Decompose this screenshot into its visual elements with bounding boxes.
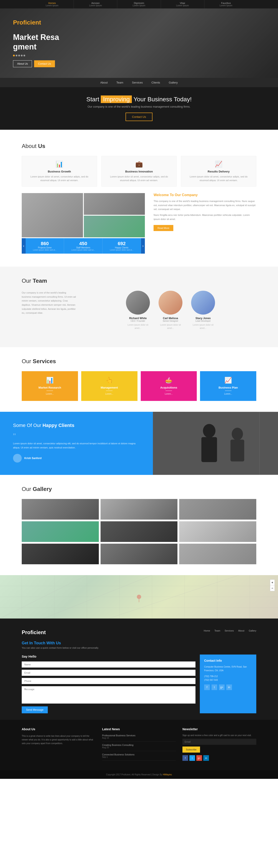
- main-nav-gallery[interactable]: Gallery: [169, 81, 178, 84]
- fw-newsletter-subscribe-button[interactable]: Subscribe: [183, 746, 200, 752]
- footer-bottom-link[interactable]: HiWayinc: [163, 773, 172, 776]
- hero-title: Market Resagment: [13, 33, 59, 51]
- footer-widget-newsletter: Newsletter Sign up and receive a free co…: [183, 727, 256, 763]
- svg-rect-2: [201, 437, 217, 462]
- service-card-0[interactable]: 📊 Market Research Lorem...: [22, 371, 78, 401]
- team-name-1: Carl Melissa: [158, 317, 184, 320]
- service-desc-1: Lorem...: [84, 392, 134, 396]
- about-card-title-1: Business Innovation: [106, 170, 172, 173]
- service-icon-0: 📊: [25, 377, 75, 384]
- service-title-0: Market Research: [25, 386, 75, 389]
- hero-section: Proficient Market Resagment About Us Con…: [0, 8, 278, 78]
- social-facebook-icon[interactable]: f: [204, 684, 210, 690]
- team-title: Our Team: [22, 277, 256, 284]
- social-linkedin-icon[interactable]: in: [226, 684, 232, 690]
- top-nav-item-vitae[interactable]: VitaeLorem Ipsum: [161, 0, 204, 8]
- top-nav-item-aenean[interactable]: AeneanLorem Ipsum: [74, 0, 117, 8]
- form-phone-input[interactable]: [22, 678, 195, 684]
- svg-point-1: [203, 424, 216, 438]
- main-nav: AboutTeamServicesClientsGallery: [0, 78, 278, 87]
- author-name: Krish Sanford: [24, 457, 41, 460]
- footer-nav-about[interactable]: About: [238, 629, 244, 632]
- stats-next-button[interactable]: ›: [141, 238, 145, 254]
- footer-nav-services[interactable]: Services: [225, 629, 234, 632]
- contact-info-title: Contact Info: [204, 659, 252, 662]
- footer-nav-gallery[interactable]: Gallery: [249, 629, 256, 632]
- service-desc-2: Lorem...: [144, 392, 194, 396]
- main-nav-services[interactable]: Services: [132, 81, 143, 84]
- form-send-button[interactable]: Send Message: [22, 706, 48, 713]
- gallery-item-1[interactable]: [101, 499, 178, 520]
- footer-googleplus-icon[interactable]: g+: [196, 755, 202, 761]
- gallery-item-5[interactable]: [179, 521, 256, 542]
- footer-nav-team[interactable]: Team: [214, 629, 220, 632]
- top-nav-item-dignissim[interactable]: DignissimLorem Ipsum: [117, 0, 161, 8]
- gallery-item-0[interactable]: [22, 499, 99, 520]
- footer-facebook-icon[interactable]: f: [183, 755, 188, 761]
- svg-point-20: [137, 595, 141, 599]
- map-section[interactable]: + −: [0, 575, 278, 619]
- about-card-icon-0: 📊: [26, 160, 92, 168]
- team-member-2: Stacy Jones Lead Developer Lorem ipsum d…: [190, 291, 216, 330]
- main-nav-about[interactable]: About: [100, 81, 108, 84]
- contact-info-panel: Contact Info Computer Business Centre, S…: [200, 654, 256, 713]
- cta-contact-button[interactable]: Contact Us: [126, 113, 152, 121]
- gallery-item-7[interactable]: [101, 544, 178, 564]
- footer-social-icons: f t g+ in: [183, 755, 256, 761]
- service-sep-1: [106, 391, 112, 391]
- top-nav-item-faucibus[interactable]: FaucibusLorem Ipsum: [204, 0, 248, 8]
- service-card-1[interactable]: 👆 Management Lorem...: [81, 371, 137, 401]
- footer-twitter-icon[interactable]: t: [189, 755, 195, 761]
- form-message-input[interactable]: [22, 686, 195, 704]
- about-more-button[interactable]: Read More: [154, 225, 173, 231]
- about-images: ‹860 Projects Done Lorem ipsum dolor sed…: [22, 193, 145, 254]
- social-googleplus-icon[interactable]: g+: [219, 684, 225, 690]
- footer-linkedin-icon[interactable]: in: [203, 755, 209, 761]
- about-card-2: 📈 Results Delivery Lorem ipsum dolor sit…: [181, 156, 256, 187]
- fw-news-item-title-0: Professional Business Services: [102, 734, 176, 737]
- svg-rect-4: [230, 439, 244, 461]
- team-name-2: Stacy Jones: [190, 317, 216, 320]
- gallery-item-4[interactable]: [101, 521, 178, 542]
- hero-btn2[interactable]: Contact Us: [34, 60, 55, 67]
- stat-num-0: 860: [28, 241, 62, 246]
- footer-subtitle: You can also use a quick contact form be…: [22, 647, 256, 649]
- team-avatar-2: [191, 291, 215, 315]
- social-twitter-icon[interactable]: t: [212, 684, 217, 690]
- service-card-3[interactable]: 📈 Business Plan Lorem...: [200, 371, 256, 401]
- cta-section: Start Improving Your Business Today! Our…: [0, 87, 278, 130]
- main-nav-clients[interactable]: Clients: [151, 81, 160, 84]
- testimonial-image: [153, 412, 278, 475]
- top-nav-item-homes[interactable]: HomesLorem Ipsum: [30, 0, 74, 8]
- gallery-item-6[interactable]: [22, 544, 99, 564]
- welcome-title: Welcome To Our Company: [154, 193, 256, 197]
- footer-title: Get In Touch With Us: [22, 641, 256, 645]
- form-name-input[interactable]: [22, 661, 195, 668]
- stat-desc-2: Lorem ipsum dolor sed ut...: [105, 249, 139, 251]
- stat-num-2: 692: [105, 241, 139, 246]
- about-card-0: 📊 Business Growth Lorem ipsum dolor sit …: [22, 156, 97, 187]
- fw-news-item-0: Professional Business Services Aug 15: [102, 734, 176, 742]
- fw-about-text: This is a great chance to write two line…: [22, 734, 95, 745]
- footer-nav-home[interactable]: Home: [204, 629, 210, 632]
- form-email-input[interactable]: [22, 670, 195, 676]
- team-member-1: Carl Melissa Senior Designer Lorem ipsum…: [158, 291, 184, 330]
- cta-highlight: Improving: [101, 95, 132, 103]
- gallery-item-2[interactable]: [179, 499, 256, 520]
- service-card-2[interactable]: 🥧 Acquisitions Lorem...: [141, 371, 197, 401]
- gallery-item-8[interactable]: [179, 544, 256, 564]
- hero-btn1[interactable]: About Us: [13, 60, 32, 67]
- author-avatar: [13, 454, 22, 463]
- gallery-item-3[interactable]: [22, 521, 99, 542]
- fw-news-item-title-1: Creating Business Consulting: [102, 744, 176, 746]
- main-nav-team[interactable]: Team: [116, 81, 123, 84]
- service-sep-3: [225, 391, 231, 391]
- stat-item-1: 450 Staff Members Lorem ipsum dolor sed …: [64, 238, 103, 254]
- team-role-0: CEO / Founder: [125, 320, 151, 322]
- fw-newsletter-title: Newsletter: [183, 727, 256, 731]
- services-title: Our Services: [22, 358, 256, 365]
- fw-newsletter-email-input[interactable]: [183, 739, 256, 745]
- footer-logo: Proficient: [22, 629, 46, 636]
- testimonial-title: Some Of Our Happy Clients: [13, 423, 140, 428]
- stats-prev-button[interactable]: ‹: [22, 238, 26, 254]
